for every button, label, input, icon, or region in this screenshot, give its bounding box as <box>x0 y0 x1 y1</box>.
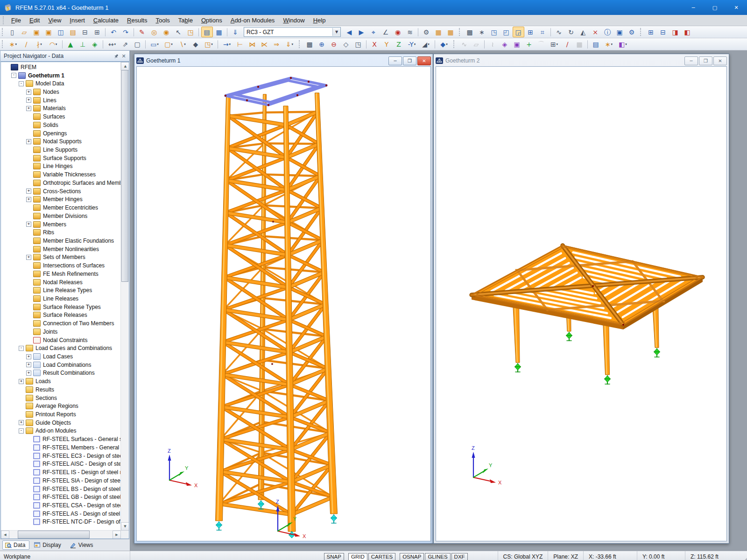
child-minimize-button[interactable]: ─ <box>684 56 698 65</box>
surface-values-icon[interactable]: ≋▾ <box>404 27 416 37</box>
menu-item[interactable]: Window <box>279 15 309 26</box>
results-table-icon[interactable]: ▦▾ <box>445 27 457 37</box>
statusbar-toggle[interactable]: DXF <box>451 553 468 560</box>
loadcase-apply-icon[interactable]: ⇓▾ <box>230 27 241 37</box>
scroll-down-icon[interactable]: ▼ <box>121 522 129 531</box>
zoom-dynamic-icon[interactable]: ◉▾ <box>161 27 172 37</box>
tree-item[interactable]: Surfaces <box>1 112 121 121</box>
statusbar-toggle[interactable]: CARTES <box>368 553 395 560</box>
tree-expander[interactable]: + <box>26 189 31 194</box>
zoom-out-icon[interactable]: ⊖▾ <box>328 39 340 49</box>
tree-item[interactable]: RF-STEEL AS - Design of steel men <box>1 510 121 518</box>
tree-expander[interactable]: + <box>26 139 31 144</box>
tree-item[interactable]: RF-STEEL SIA - Design of steel mer <box>1 476 121 485</box>
insert-node-icon[interactable]: ∗▾ <box>7 39 20 49</box>
dimension-icon[interactable]: ↔▾ <box>106 39 119 49</box>
tree-expander[interactable]: + <box>26 255 31 260</box>
redo-icon[interactable]: ↷▾ <box>120 27 132 37</box>
tree-expander[interactable]: - <box>19 346 24 351</box>
tree-item[interactable]: + Materials <box>1 105 121 113</box>
undo-icon[interactable]: ↶▾ <box>108 27 120 37</box>
tree-item[interactable]: Intersections of Surfaces <box>1 261 121 270</box>
tree-expander[interactable]: + <box>19 379 24 384</box>
deformed-shape-icon[interactable]: ⌒▾ <box>536 39 547 49</box>
statusbar-toggle[interactable]: SNAP <box>324 553 344 560</box>
results-eye-icon[interactable]: ◉▾ <box>392 27 404 37</box>
statusbar-toggle[interactable]: OSNAP <box>400 553 424 560</box>
child-restore-button[interactable]: ❐ <box>699 56 712 65</box>
tree-item[interactable]: Surface Supports <box>1 154 121 162</box>
printout-report-icon[interactable]: ▤▾ <box>590 39 602 49</box>
navigator-header[interactable]: Project Navigator - Data ✕ <box>0 50 130 62</box>
member-diagrams-icon[interactable]: ∿▾ <box>458 39 470 49</box>
tree-horizontal-scrollbar[interactable]: ◀ ▶ <box>1 530 121 539</box>
deformation-icon[interactable]: ≀▾ <box>487 39 499 49</box>
new-window-icon[interactable]: ◳▾ <box>185 27 197 37</box>
result-tables-icon[interactable]: ▦▾ <box>574 39 585 49</box>
tree-item[interactable]: - Add-on Modules <box>1 427 121 435</box>
workplane-xy-icon[interactable]: ◳▾ <box>488 27 500 37</box>
menu-item[interactable]: Calculate <box>89 15 123 26</box>
tree-item[interactable]: RF-STEEL BS - Design of steel mem <box>1 485 121 493</box>
workplane-xz-icon[interactable]: ◲▾ <box>513 27 524 37</box>
tree-item[interactable]: FE Mesh Refinements <box>1 270 121 278</box>
new-member-icon[interactable]: ∖▾ <box>176 39 190 49</box>
menu-item[interactable]: Tools <box>151 15 174 26</box>
menu-item[interactable]: Insert <box>65 15 89 26</box>
color-scale-icon[interactable]: ◧▾ <box>616 39 630 49</box>
tree-item[interactable]: - Load Cases and Combinations <box>1 344 121 352</box>
tree-item[interactable]: Orthotropic Surfaces and Membra <box>1 179 121 187</box>
menu-item[interactable]: File <box>7 15 25 26</box>
open-model-icon[interactable]: ▱▾ <box>19 27 30 37</box>
previous-view-icon[interactable]: ◳▾ <box>352 39 364 49</box>
titlebar[interactable]: 5 RFEM 5.27.01 x64 - Goetheturm 1 ─ ▢ ✕ <box>0 0 747 15</box>
window-layout-icon[interactable]: ⊞▾ <box>548 39 561 49</box>
smooth-results-icon[interactable]: ▱▾ <box>471 39 482 49</box>
render-photo-icon[interactable]: ✎▾ <box>136 27 148 37</box>
tree-item[interactable]: - Model Data <box>1 79 121 88</box>
zoom-window-icon[interactable]: ◎▾ <box>148 27 160 37</box>
menu-item[interactable]: Table <box>174 15 197 26</box>
tree-item[interactable]: Line Releases <box>1 294 121 303</box>
user-view-icon[interactable]: ◢▾ <box>419 39 433 49</box>
tree-item[interactable]: RF-STEEL NTC-DF - Design of stee <box>1 518 121 526</box>
insert-polyline-icon[interactable]: ∤▾ <box>33 39 46 49</box>
tab-display[interactable]: Display <box>31 540 65 550</box>
show-tables-icon[interactable]: ▤▾ <box>201 27 213 37</box>
horizontal-scroll-thumb[interactable] <box>18 531 90 539</box>
table-layout-icon[interactable]: ▦▾ <box>213 27 225 37</box>
insert-line-icon[interactable]: ∕▾ <box>21 39 32 49</box>
menu-item[interactable]: Help <box>309 15 330 26</box>
display-properties-icon[interactable]: ▣▾ <box>614 27 626 37</box>
tree-item[interactable]: Sections <box>1 394 121 402</box>
pin-icon[interactable] <box>113 52 120 60</box>
project-archive-icon[interactable]: ▣▾ <box>43 27 55 37</box>
model-viewport-2[interactable]: ZXY <box>436 66 727 541</box>
new-opening-icon[interactable]: ▢▾ <box>162 39 176 49</box>
toggle-navigator-icon[interactable]: ⊞▾ <box>645 27 657 37</box>
tree-item[interactable]: Solids <box>1 121 121 129</box>
tree-item[interactable]: Printout Reports <box>1 410 121 419</box>
new-solid-icon[interactable]: ◆▾ <box>190 39 202 49</box>
menu-item[interactable]: Edit <box>25 15 44 26</box>
menu-item[interactable]: View <box>44 15 65 26</box>
child-close-button[interactable]: ✕ <box>713 56 727 65</box>
tree-item[interactable]: Member Divisions <box>1 212 121 220</box>
tree-item[interactable]: + Load Combinations <box>1 361 121 369</box>
tree-expander[interactable]: + <box>19 420 24 425</box>
tree-item[interactable]: + Guide Objects <box>1 419 121 427</box>
child-restore-button[interactable]: ❐ <box>403 56 416 65</box>
statusbar-toggle[interactable]: GLINES <box>425 553 450 560</box>
grid-icon[interactable]: ⊞▾ <box>525 27 536 37</box>
child-window-titlebar[interactable]: Goetheturm 1 ─ ❐ ✕ <box>136 56 431 66</box>
fe-mesh-settings-icon[interactable]: ∗▾ <box>476 27 488 37</box>
snap-icon[interactable]: ⌗▾ <box>537 27 549 37</box>
tree-item[interactable]: Line Supports <box>1 146 121 154</box>
tree-item[interactable]: RF-STEEL EC3 - Design of steel me <box>1 452 121 460</box>
rendering-icon[interactable]: ◆▾ <box>437 39 451 49</box>
options-icon[interactable]: ⚙▾ <box>626 27 638 37</box>
tree-item[interactable]: Ribs <box>1 228 121 237</box>
surface-support-icon[interactable]: ◈▾ <box>89 39 101 49</box>
loads-table-icon[interactable]: ▦▾ <box>433 27 444 37</box>
tree-expander[interactable]: + <box>26 98 31 103</box>
